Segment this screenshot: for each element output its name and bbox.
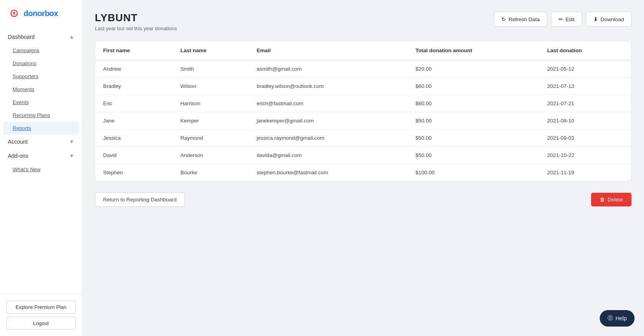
sidebar-bottom: Explore Premium Plan Logout bbox=[0, 294, 82, 336]
sidebar-item-whats-new[interactable]: What's New bbox=[0, 163, 82, 176]
table-row: Eric Harrison erich@fastmail.com $60.00 … bbox=[95, 95, 631, 112]
dashboard-label: Dashboard bbox=[8, 34, 35, 40]
cell-total: $60.00 bbox=[408, 95, 539, 112]
sidebar-item-campaigns[interactable]: Campaigns bbox=[0, 44, 82, 57]
col-last-name: Last name bbox=[172, 41, 249, 60]
cell-total: $60.00 bbox=[408, 78, 539, 95]
cell-email: asmith@gmail.com bbox=[249, 60, 408, 78]
sidebar-item-recurring-plans[interactable]: Recurring Plans bbox=[0, 109, 82, 122]
sidebar-item-reports[interactable]: Reports bbox=[3, 122, 79, 135]
sidebar-item-donations[interactable]: Donations bbox=[0, 57, 82, 70]
cell-email: janekemper@gmail.com bbox=[249, 112, 408, 130]
cell-first-name: Jessica bbox=[95, 130, 172, 147]
delete-label: Delete bbox=[608, 197, 623, 203]
help-label: Help bbox=[615, 315, 627, 321]
logo[interactable]: donorbox bbox=[0, 0, 82, 27]
help-icon: ⓪ bbox=[608, 315, 613, 322]
cell-first-name: Bradley bbox=[95, 78, 172, 95]
sidebar: donorbox Dashboard ▲ Campaigns Donations… bbox=[0, 0, 82, 336]
cell-last-name: Raymond bbox=[172, 130, 249, 147]
cell-first-name: Andrew bbox=[95, 60, 172, 78]
col-first-name: First name bbox=[95, 41, 172, 60]
help-button[interactable]: ⓪ Help bbox=[600, 310, 635, 327]
addons-chevron-icon: ▼ bbox=[69, 153, 74, 159]
download-label: Download bbox=[600, 16, 624, 22]
addons-label: Add-ons bbox=[8, 153, 28, 159]
cell-last-donation: 2021-05-12 bbox=[539, 60, 631, 78]
cell-total: $50.00 bbox=[408, 112, 539, 130]
cell-last-donation: 2021-10-22 bbox=[539, 147, 631, 164]
cell-first-name: Jane bbox=[95, 112, 172, 130]
account-chevron-icon: ▼ bbox=[69, 139, 74, 144]
cell-email: erich@fastmail.com bbox=[249, 95, 408, 112]
cell-email: davida@gmail.com bbox=[249, 147, 408, 164]
header-actions: ↻ Refresh Data ✏ Edit ⬇ Download bbox=[494, 12, 631, 27]
return-to-dashboard-button[interactable]: Return to Reporting Dashboard bbox=[95, 192, 185, 207]
sidebar-section-account[interactable]: Account ▼ bbox=[0, 135, 82, 149]
edit-icon: ✏ bbox=[559, 16, 563, 22]
refresh-icon: ↻ bbox=[501, 16, 506, 22]
donations-table: First name Last name Email Total donatio… bbox=[95, 41, 631, 181]
logout-button[interactable]: Logout bbox=[6, 317, 76, 330]
explore-premium-button[interactable]: Explore Premium Plan bbox=[6, 301, 76, 314]
table-header: First name Last name Email Total donatio… bbox=[95, 41, 631, 60]
table-row: Jessica Raymond jessica.raymond@gmail.co… bbox=[95, 130, 631, 147]
sidebar-item-supporters[interactable]: Supporters bbox=[0, 70, 82, 83]
col-email: Email bbox=[249, 41, 408, 60]
table-row: Jane Kemper janekemper@gmail.com $50.00 … bbox=[95, 112, 631, 130]
cell-email: stephen.bourke@fastmail.com bbox=[249, 164, 408, 181]
cell-total: $100.00 bbox=[408, 164, 539, 181]
page-title-section: LYBUNT Last year but not this year donat… bbox=[95, 12, 177, 31]
cell-first-name: Eric bbox=[95, 95, 172, 112]
footer-actions: Return to Reporting Dashboard 🗑 Delete bbox=[95, 192, 631, 207]
table-body: Andrew Smith asmith@gmail.com $20.00 202… bbox=[95, 60, 631, 181]
sidebar-section-dashboard[interactable]: Dashboard ▲ bbox=[0, 30, 82, 44]
cell-last-name: Bourke bbox=[172, 164, 249, 181]
download-icon: ⬇ bbox=[593, 16, 598, 22]
cell-last-name: Anderson bbox=[172, 147, 249, 164]
logo-text: donorbox bbox=[24, 9, 58, 18]
cell-email: bradley.wilson@outlook.com bbox=[249, 78, 408, 95]
cell-last-donation: 2021-07-13 bbox=[539, 78, 631, 95]
cell-last-donation: 2021-08-10 bbox=[539, 112, 631, 130]
cell-total: $20.00 bbox=[408, 60, 539, 78]
cell-last-donation: 2021-07-21 bbox=[539, 95, 631, 112]
edit-label: Edit bbox=[566, 16, 575, 22]
page-title: LYBUNT bbox=[95, 12, 177, 24]
refresh-label: Refresh Data bbox=[508, 16, 540, 22]
table-row: David Anderson davida@gmail.com $50.00 2… bbox=[95, 147, 631, 164]
sidebar-item-events[interactable]: Events bbox=[0, 96, 82, 109]
main-content: LYBUNT Last year but not this year donat… bbox=[82, 0, 644, 336]
cell-first-name: David bbox=[95, 147, 172, 164]
table-row: Bradley Wilson bradley.wilson@outlook.co… bbox=[95, 78, 631, 95]
dashboard-chevron-icon: ▲ bbox=[69, 34, 74, 40]
cell-last-name: Smith bbox=[172, 60, 249, 78]
cell-last-donation: 2021-11-19 bbox=[539, 164, 631, 181]
page-subtitle: Last year but not this year donations bbox=[95, 26, 177, 31]
edit-button[interactable]: ✏ Edit bbox=[551, 12, 582, 27]
sidebar-section-addons[interactable]: Add-ons ▼ bbox=[0, 149, 82, 163]
cell-last-name: Wilson bbox=[172, 78, 249, 95]
page-header: LYBUNT Last year but not this year donat… bbox=[95, 12, 631, 31]
table-row: Stephen Bourke stephen.bourke@fastmail.c… bbox=[95, 164, 631, 181]
col-total-amount: Total donation amount bbox=[408, 41, 539, 60]
cell-last-donation: 2021-09-03 bbox=[539, 130, 631, 147]
sidebar-item-moments[interactable]: Moments bbox=[0, 83, 82, 96]
col-last-donation: Last donation bbox=[539, 41, 631, 60]
cell-total: $50.00 bbox=[408, 130, 539, 147]
trash-icon: 🗑 bbox=[600, 197, 605, 203]
cell-last-name: Kemper bbox=[172, 112, 249, 130]
cell-first-name: Stephen bbox=[95, 164, 172, 181]
cell-total: $50.00 bbox=[408, 147, 539, 164]
donorbox-logo-icon bbox=[8, 7, 20, 20]
cell-last-name: Harrison bbox=[172, 95, 249, 112]
download-button[interactable]: ⬇ Download bbox=[586, 12, 631, 27]
account-label: Account bbox=[8, 139, 28, 145]
delete-button[interactable]: 🗑 Delete bbox=[591, 193, 631, 206]
cell-email: jessica.raymond@gmail.com bbox=[249, 130, 408, 147]
sidebar-nav: Dashboard ▲ Campaigns Donations Supporte… bbox=[0, 27, 82, 294]
table-row: Andrew Smith asmith@gmail.com $20.00 202… bbox=[95, 60, 631, 78]
refresh-data-button[interactable]: ↻ Refresh Data bbox=[494, 12, 547, 27]
table-card: First name Last name Email Total donatio… bbox=[95, 41, 631, 181]
